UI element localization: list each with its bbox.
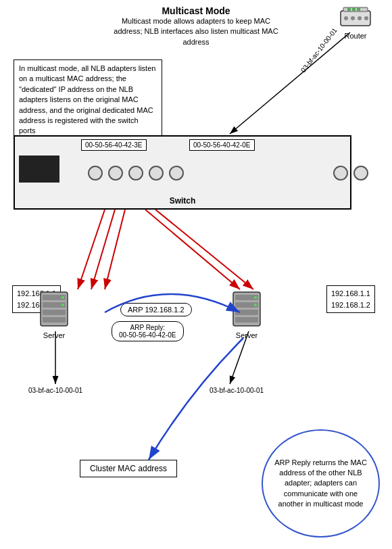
svg-rect-13 [43, 317, 66, 323]
info-box-top-text: In multicast mode, all NLB adapters list… [19, 64, 155, 135]
port-2 [108, 166, 123, 181]
svg-rect-20 [235, 317, 258, 323]
svg-point-22 [254, 304, 257, 306]
svg-point-14 [62, 296, 64, 299]
page-title: Multicast Mode [108, 5, 284, 16]
network-device-left [19, 156, 59, 183]
cluster-mac-label: Cluster MAC address [90, 464, 167, 473]
router-label: Router [339, 32, 372, 40]
page-subtitle: Multicast mode allows adapters to keep M… [108, 16, 284, 47]
svg-line-28 [155, 210, 253, 289]
mac-label-left: 00-50-56-40-42-3E [81, 139, 147, 151]
arp-reply-bubble: ARP Reply: 00-50-56-40-42-0E [112, 321, 184, 341]
port-3 [128, 166, 143, 181]
svg-line-23 [230, 32, 350, 134]
svg-line-24 [78, 210, 105, 289]
svg-point-4 [358, 16, 362, 20]
svg-rect-12 [43, 310, 66, 315]
server-right-icon [230, 291, 264, 328]
arp-info-text: ARP Reply returns the MAC address of the… [271, 458, 370, 510]
arp-reply-line2: 00-50-56-40-42-0E [119, 331, 176, 339]
svg-rect-6 [347, 8, 351, 11]
arp-request-text: ARP 192.168.1.2 [128, 306, 185, 314]
router-box: Router [339, 5, 372, 40]
port-6 [333, 166, 348, 181]
svg-point-2 [344, 16, 348, 20]
mac-below-right: 03-bf-ac-10-00-01 [210, 387, 264, 394]
svg-rect-8 [357, 8, 360, 11]
server-right-label: Server [230, 331, 264, 339]
server-left: Server [37, 291, 71, 339]
ports-row-right [333, 166, 368, 181]
router-mac-text: 03-bf-ac-10-00-01 [299, 26, 339, 74]
mac-below-left: 03-bf-ac-10-00-01 [28, 387, 82, 394]
svg-line-26 [105, 210, 125, 289]
svg-point-15 [62, 304, 64, 306]
svg-point-5 [364, 16, 368, 20]
mac-label-right: 00-50-56-40-42-0E [189, 139, 255, 151]
svg-line-25 [91, 210, 115, 289]
server-left-label: Server [37, 331, 71, 339]
port-7 [353, 166, 368, 181]
arp-reply-line1: ARP Reply: [119, 324, 176, 331]
router-icon [339, 5, 372, 30]
ports-row-left [88, 166, 184, 181]
info-box-top: In multicast mode, all NLB adapters list… [14, 59, 162, 141]
arp-info-box: ARP Reply returns the MAC address of the… [262, 429, 380, 538]
right-ip1: 192.168.1.1 [331, 288, 370, 300]
title-area: Multicast Mode Multicast mode allows ada… [108, 5, 284, 47]
arp-request-bubble: ARP 192.168.1.2 [120, 303, 192, 316]
ip-box-right: 192.168.1.1 192.168.1.2 [326, 285, 375, 313]
port-4 [149, 166, 164, 181]
port-5 [169, 166, 184, 181]
svg-point-21 [254, 296, 257, 299]
cluster-mac-box: Cluster MAC address [80, 460, 177, 477]
right-ip2: 192.168.1.2 [331, 300, 370, 311]
svg-line-27 [145, 210, 240, 289]
server-left-icon [37, 291, 71, 328]
svg-rect-7 [352, 8, 356, 11]
switch-label: Switch [170, 196, 196, 206]
page: Multicast Mode Multicast mode allows ada… [0, 0, 392, 549]
svg-rect-19 [235, 310, 258, 315]
svg-point-3 [351, 16, 355, 20]
port-1 [88, 166, 103, 181]
server-right: Server [230, 291, 264, 339]
